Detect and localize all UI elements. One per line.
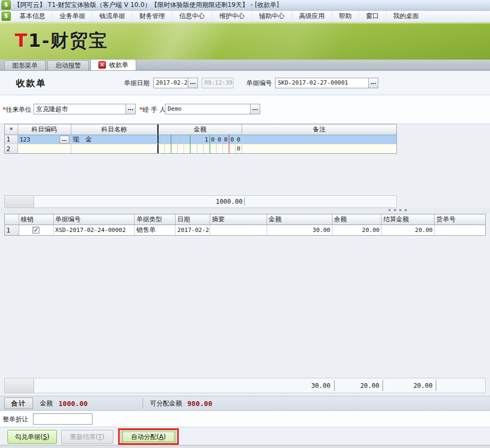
access-key: T xyxy=(98,433,102,441)
account-row-1[interactable]: 1 123… 现 金 100000 xyxy=(5,135,396,144)
handler-label-text: 经 手 人 xyxy=(143,106,166,113)
writeoff-checkbox-checked[interactable]: ✓ xyxy=(32,227,39,234)
window-title: 【阿可云】 T1-财贸宝体验版（客户端 V 10.0）【限时体验版使用期限还剩1… xyxy=(14,1,279,10)
auto-allocate-button[interactable]: 自动分配(A) xyxy=(121,430,176,444)
header-note: 备注 xyxy=(242,125,396,135)
doc-no-cell[interactable]: XSD-2017-02-24-00002 xyxy=(54,225,135,235)
header-star: * xyxy=(5,125,18,135)
access-key: A xyxy=(159,433,163,441)
total-settle-value: 20.00 xyxy=(389,378,433,393)
button-text: 重新结算( xyxy=(70,433,98,442)
header-summary: 摘要 xyxy=(210,214,267,225)
account-lookup-button[interactable]: … xyxy=(60,136,69,144)
header-settle-amount: 结算金额 xyxy=(381,214,435,225)
tab-graphic-menu[interactable]: 图形菜单 xyxy=(4,60,46,70)
time-input: 09:12:39 xyxy=(202,78,234,88)
logo-t: T xyxy=(15,30,28,51)
doc-type-cell[interactable]: 销售单 xyxy=(135,225,176,235)
tab-bar: 图形菜单 启动报警 × 收款单 xyxy=(0,60,490,71)
note-cell[interactable] xyxy=(242,135,396,144)
tab-receipt-doc[interactable]: × 收款单 xyxy=(90,59,136,70)
account-row-2[interactable]: 2 0 xyxy=(5,144,396,153)
tab-start-alarm[interactable]: 启动报警 xyxy=(47,60,89,70)
button-text: ) xyxy=(47,433,49,441)
form-header: 收款单 单据日期 2017-02-27 … 09:12:39 单据编号 SKD-… xyxy=(0,71,490,95)
menu-item-window[interactable]: 窗口 xyxy=(359,11,386,22)
money-bag-icon: $ xyxy=(2,12,11,21)
amount-cell[interactable]: 0 xyxy=(157,144,242,153)
partner-lookup-button[interactable]: … xyxy=(126,104,136,114)
menu-item-advanced[interactable]: 高级应用 xyxy=(292,11,332,22)
total-amount: 1000.00 xyxy=(59,396,88,410)
check-docs-button[interactable]: 勾兑单据(S) xyxy=(7,430,57,444)
header-account-name: 科目名称 xyxy=(71,125,158,135)
account-code-value: 123 xyxy=(20,136,30,143)
partner-label: *往来单位 xyxy=(3,104,31,115)
menu-item-maintenance[interactable]: 维护中心 xyxy=(212,11,252,22)
total-label: 合计 xyxy=(4,397,33,409)
amount-digit-grid: 100000 xyxy=(159,135,242,144)
app-window: $ 【阿可云】 T1-财贸宝体验版（客户端 V 10.0）【限时体验版使用期限还… xyxy=(0,0,490,448)
discount-row: 整单折让 xyxy=(0,411,490,427)
amount-cell[interactable]: 100000 xyxy=(157,135,242,144)
docno-lookup-button[interactable]: … xyxy=(368,78,378,88)
menu-item-assist-center[interactable]: 辅助中心 xyxy=(252,11,292,22)
divider xyxy=(334,380,335,391)
divider xyxy=(143,398,143,409)
menu-item-business-docs[interactable]: 业务单据 xyxy=(53,11,93,22)
account-name-cell[interactable] xyxy=(71,144,158,153)
brand-banner: T1-财贸宝 xyxy=(0,22,490,60)
allocatable-amount: 980.00 xyxy=(187,396,212,410)
handler-lookup-button[interactable]: … xyxy=(250,104,260,114)
amount-label: 金额 xyxy=(40,396,53,410)
cargo-no-cell[interactable] xyxy=(435,225,485,235)
partner-input[interactable]: 京克隆超市 xyxy=(34,104,126,114)
title-bar: $ 【阿可云】 T1-财贸宝体验版（客户端 V 10.0）【限时体验版使用期限还… xyxy=(0,0,490,11)
button-text: ) xyxy=(163,433,166,441)
menu-item-finance[interactable]: 财务管理 xyxy=(132,11,172,22)
pane-splitter[interactable]: ∙∙∙∙ xyxy=(0,208,490,214)
header-doc-type: 单据类型 xyxy=(135,214,176,225)
settlement-grid: 核销 单据编号 单据类型 日期 摘要 金额 余额 结算金额 货单号 1 ✓ XS… xyxy=(4,214,486,236)
parties-row: *往来单位 京克隆超市 … *经 手 人 Demo … xyxy=(0,95,490,124)
account-code-cell[interactable]: 123… xyxy=(18,135,71,144)
docno-input[interactable]: SKD-2017-02-27-00001 xyxy=(275,78,369,88)
settle-amount-cell[interactable]: 20.00 xyxy=(381,225,435,235)
amount-cell[interactable]: 30.00 xyxy=(267,225,333,235)
subtotal-gray-cell xyxy=(5,196,34,208)
access-key: S xyxy=(43,433,47,441)
date-cell[interactable]: 2017-02-24 xyxy=(176,225,210,235)
button-text: 勾兑单据( xyxy=(15,433,43,442)
header-date: 日期 xyxy=(176,214,210,225)
row-number: 2 xyxy=(5,144,18,153)
summary-bar: 合计 金额 1000.00 可分配金额 980.00 xyxy=(0,396,490,411)
resettle-button[interactable]: 重新结算(T) xyxy=(61,430,113,444)
discount-input[interactable] xyxy=(33,413,93,425)
account-grid-header: * 科目编码 科目名称 金额 备注 xyxy=(5,125,396,135)
close-tab-icon[interactable]: × xyxy=(98,61,106,69)
account-code-cell[interactable] xyxy=(18,144,71,153)
note-cell[interactable] xyxy=(242,144,396,153)
balance-cell[interactable]: 20.00 xyxy=(333,225,382,235)
account-grid: * 科目编码 科目名称 金额 备注 1 123… 现 金 100000 2 0 xyxy=(4,124,397,154)
account-subtotal-row: 1000.00 xyxy=(4,195,397,208)
divider xyxy=(383,380,383,391)
menu-item-basic-info[interactable]: 基本信息 xyxy=(13,11,53,22)
row-number: 1 xyxy=(5,225,19,235)
account-name-cell[interactable]: 现 金 xyxy=(71,135,158,144)
handler-label: *经 手 人 xyxy=(139,104,166,115)
check-icon: ✓ xyxy=(34,227,38,234)
summary-cell[interactable] xyxy=(210,225,267,235)
tab-label: 收款单 xyxy=(109,61,128,70)
menu-item-cashflow-docs[interactable]: 钱流单据 xyxy=(93,11,132,22)
menu-item-help[interactable]: 帮助 xyxy=(332,11,359,22)
menu-item-my-desktop[interactable]: 我的桌面 xyxy=(386,11,426,22)
header-writeoff: 核销 xyxy=(19,214,54,225)
partner-label-text: 往来单位 xyxy=(6,106,31,113)
date-input[interactable]: 2017-02-27 xyxy=(153,78,188,88)
date-picker-button[interactable]: … xyxy=(188,78,198,88)
handler-input[interactable]: Demo xyxy=(165,104,251,114)
settlement-row-1[interactable]: 1 ✓ XSD-2017-02-24-00002 销售单 2017-02-24 … xyxy=(5,225,485,235)
menu-item-info-center[interactable]: 信息中心 xyxy=(172,11,212,22)
page-title: 收款单 xyxy=(16,77,46,89)
